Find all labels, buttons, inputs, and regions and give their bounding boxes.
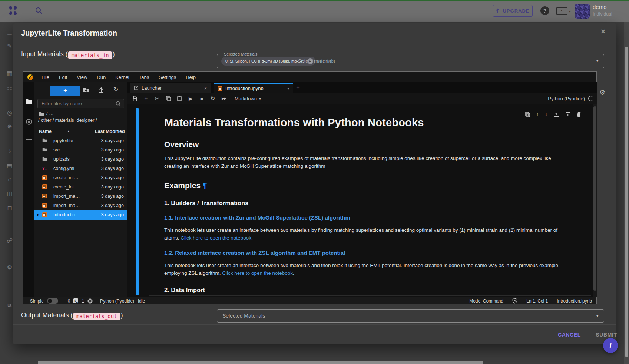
filter-files-input[interactable]: Filter files by name (37, 99, 124, 108)
info-fab-button[interactable]: i (603, 338, 618, 353)
table-row[interactable]: import_ma… 3 days ago (34, 192, 127, 201)
breadcrumb-root[interactable]: / … (46, 111, 53, 116)
breadcrumb-path[interactable]: / other / materials_designer / (38, 118, 97, 123)
submit-button[interactable]: SUBMIT (592, 330, 621, 340)
menu-kernel[interactable]: Kernel (110, 74, 134, 80)
input-materials-label: Input Materials (materials_in) (21, 50, 115, 59)
menu-run[interactable]: Run (92, 74, 110, 80)
app-logo-icon[interactable] (7, 5, 19, 16)
menu-settings[interactable]: Settings (154, 74, 181, 80)
kernel-indicator[interactable]: Python (Pyodide) (548, 96, 593, 101)
open-notebook-link[interactable]: Click here to open the notebook (181, 235, 251, 241)
sidebar-icon-add[interactable]: ⊕ (5, 123, 14, 130)
sidebar-icon-link[interactable]: ☍ (5, 237, 14, 244)
close-icon[interactable]: × (600, 27, 606, 36)
cell-type-select[interactable]: Markdown (235, 96, 257, 101)
file-browser-icon[interactable] (23, 98, 34, 104)
page-scrollbar[interactable] (624, 22, 629, 364)
restart-icon[interactable]: ↻ (207, 95, 218, 102)
table-of-contents-icon[interactable] (23, 138, 34, 144)
link-1-2[interactable]: 1.2. Relaxed interface creation with ZSL… (164, 250, 572, 256)
table-row[interactable]: jupyterlite 3 days ago (34, 136, 127, 146)
table-row[interactable]: create_int… 3 days ago (34, 173, 127, 183)
selected-materials-input[interactable]: Selected Materials 0: Si, Silicon, FCC (… (217, 54, 604, 68)
refresh-icon[interactable]: ↻ (113, 86, 118, 93)
run-icon[interactable]: ▶ (185, 96, 196, 101)
sidebar-icon-structure[interactable]: ◎ (5, 109, 14, 116)
tab-launcher[interactable]: Launcher × (130, 83, 211, 93)
search-icon[interactable] (34, 6, 43, 15)
sort-asc-icon[interactable]: ▲ (67, 130, 70, 133)
stop-icon[interactable]: ■ (196, 96, 207, 101)
sidebar-icon-edit[interactable]: ✎ (5, 43, 14, 50)
sidebar-icon-globe[interactable]: ♁ (5, 147, 14, 154)
link-1-1[interactable]: 1.1. Interface creation with Zur and McG… (164, 214, 572, 221)
output-materials-select[interactable]: Selected Materials ▾ (217, 309, 604, 323)
column-last-modified[interactable]: Last Modified (95, 129, 125, 134)
console-menu-button[interactable]: >_ ▾ (556, 7, 571, 15)
menu-edit[interactable]: Edit (54, 74, 72, 80)
table-row[interactable]: uploads 3 days ago (34, 155, 127, 164)
paste-icon[interactable] (174, 96, 185, 101)
statusbar-filename[interactable]: Introduction.ipynb (557, 298, 592, 304)
notebook-file-icon (218, 86, 222, 91)
insert-cell-icon[interactable]: + (140, 95, 152, 102)
sidebar-icon-materials[interactable]: ▦ (5, 70, 14, 77)
notebook-file-icon (42, 194, 47, 198)
help-icon[interactable]: ? (540, 6, 549, 15)
anchor-pilcrow[interactable]: ¶ (203, 181, 207, 190)
sidebar-icon-menu[interactable]: ☰ (5, 30, 14, 37)
notebook-scrollbar[interactable] (593, 104, 597, 297)
cut-icon[interactable]: ✂ (152, 96, 163, 101)
cancel-button[interactable]: CANCEL (553, 330, 586, 340)
sidebar-icon-gear[interactable]: ⚙ (5, 264, 14, 271)
new-launcher-button[interactable]: + (50, 86, 80, 96)
open-notebook-link[interactable]: Click here to open the notebook (222, 270, 293, 276)
column-name[interactable]: Name (39, 129, 52, 134)
markdown-cell[interactable]: ↑ ↓ Materials Transformations with Pytho… (149, 108, 591, 296)
avatar[interactable] (575, 4, 590, 19)
breadcrumb[interactable]: / … (39, 111, 53, 116)
menu-tabs[interactable]: Tabs (134, 74, 154, 80)
table-row[interactable]: src 3 days ago (34, 146, 127, 155)
new-folder-icon[interactable] (83, 87, 90, 93)
paragraph-overview: This Jupyter Lite distribution contains … (164, 154, 569, 170)
dropdown-caret-icon[interactable]: ▾ (596, 310, 599, 322)
delete-cell-icon[interactable] (577, 112, 581, 117)
menu-file[interactable]: File (37, 74, 54, 80)
tab-introduction-ipynb[interactable]: Introduction.ipynb ● (214, 83, 293, 93)
user-plan: Individual (593, 11, 612, 17)
save-icon[interactable] (129, 96, 140, 101)
notebook-scrollbar-thumb[interactable] (593, 106, 596, 291)
menu-view[interactable]: View (72, 74, 92, 80)
kernel-status[interactable]: Python (Pyodide) | Idle (100, 298, 145, 304)
copy-icon[interactable] (163, 96, 174, 101)
restart-run-all-icon[interactable]: ▶▶ (218, 97, 229, 100)
sidebar-icon-list[interactable]: ☷ (5, 84, 14, 91)
mode-indicator[interactable]: Mode: Command (469, 298, 503, 304)
table-row[interactable]: import_ma… 3 days ago (34, 201, 127, 210)
sidebar-icon-minus[interactable]: ⊟ (5, 204, 14, 211)
terminals-count[interactable]: 0 (68, 298, 70, 304)
running-kernels-icon[interactable] (23, 118, 34, 125)
menu-help[interactable]: Help (181, 74, 201, 80)
dropdown-caret-icon[interactable]: ▾ (596, 54, 599, 67)
upload-icon[interactable] (99, 87, 104, 93)
table-row-selected[interactable]: ● Introductio… 3 days ago (34, 210, 127, 220)
new-tab-icon[interactable]: + (296, 84, 300, 91)
folder-icon (39, 111, 44, 116)
panel-gear-icon[interactable]: ⚙ (599, 89, 605, 97)
simple-mode-toggle[interactable] (47, 298, 58, 304)
table-row[interactable]: create_int… 3 days ago (34, 183, 127, 192)
sidebar-icon-waves[interactable]: ≋ (5, 302, 14, 309)
upgrade-button[interactable]: UPGRADE (493, 5, 533, 17)
cursor-position[interactable]: Ln 1, Col 1 (526, 298, 548, 304)
kernels-count[interactable]: 1 (82, 298, 84, 304)
sidebar-icon-table[interactable]: ▤ (5, 162, 14, 169)
kernel-status-icon (588, 96, 593, 101)
table-row[interactable]: Y: config.yml 3 days ago (34, 164, 127, 173)
sidebar-icon-home[interactable]: ⌂ (5, 176, 14, 183)
page-scrollbar-thumb[interactable] (625, 47, 628, 357)
close-icon[interactable]: × (204, 85, 207, 91)
sidebar-icon-panel[interactable]: ◫ (5, 190, 14, 197)
